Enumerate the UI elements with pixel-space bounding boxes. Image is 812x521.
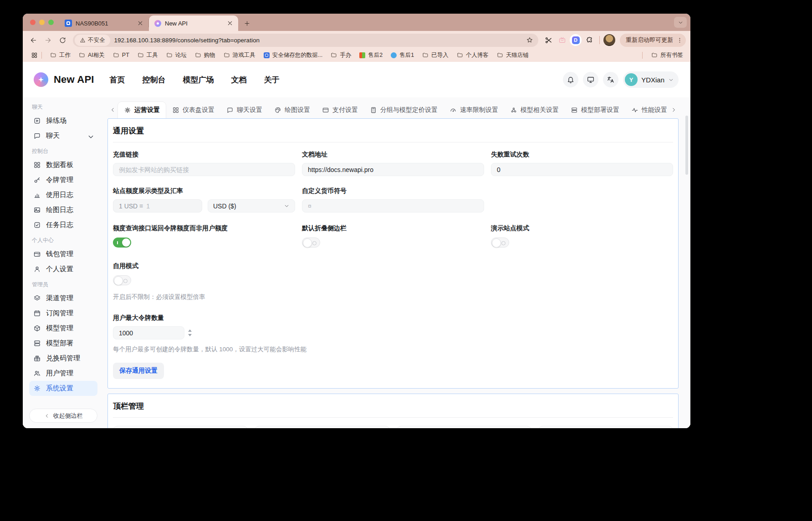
sidebar-item-channels[interactable]: 渠道管理 — [29, 291, 97, 306]
calculator-icon — [370, 106, 377, 114]
tab-rate-limit-settings[interactable]: 速率限制设置 — [444, 102, 504, 118]
browser-menu-icon[interactable] — [676, 37, 683, 44]
close-window-button[interactable] — [30, 20, 36, 25]
sidebar-item-chat[interactable]: 聊天 — [29, 128, 97, 143]
nav-model-square[interactable]: 模型广场 — [183, 75, 214, 85]
sidebar-item-drawing-logs[interactable]: 绘图日志 — [29, 202, 97, 218]
tab-search-button[interactable] — [674, 17, 687, 28]
nav-console[interactable]: 控制台 — [143, 75, 166, 85]
bookmark-item[interactable]: PT — [109, 52, 133, 58]
back-button[interactable] — [26, 33, 40, 47]
bookmark-item[interactable]: AI相关 — [75, 51, 109, 59]
app-icon — [264, 52, 270, 58]
bookmark-item[interactable]: 工作 — [46, 51, 75, 59]
newapi-logo[interactable] — [34, 72, 48, 87]
collapse-sidebar-button[interactable]: 收起侧边栏 — [29, 409, 97, 423]
sidebar-item-task-logs[interactable]: 任务日志 — [29, 218, 97, 233]
sidebar-item-subscriptions[interactable]: 订阅管理 — [29, 306, 97, 321]
folder-icon — [224, 52, 230, 58]
tab-performance-settings[interactable]: 性能设置 — [625, 102, 669, 118]
url-text[interactable]: 192.168.100.138:8899/console/setting?tab… — [114, 37, 524, 44]
user-menu[interactable]: Y YDXian — [623, 71, 679, 88]
address-bar[interactable]: 不安全 192.168.100.138:8899/console/setting… — [73, 34, 538, 47]
bookmark-item[interactable]: 游戏工具 — [220, 51, 260, 59]
bookmark-star-icon[interactable] — [524, 34, 536, 46]
tab-model-deploy-settings[interactable]: 模型部署设置 — [565, 102, 625, 118]
bookmark-item[interactable]: 售后2 — [355, 51, 387, 59]
sidebar-item-wallet[interactable]: 钱包管理 — [29, 247, 97, 262]
sidebar-item-model-deploy[interactable]: 模型部署 — [29, 336, 97, 351]
restart-to-update-button[interactable]: 重新启动即可更新 — [620, 34, 686, 47]
bookmark-item[interactable]: 个人博客 — [453, 51, 493, 59]
nav-about[interactable]: 关于 — [264, 75, 280, 85]
tab-chat-settings[interactable]: 聊天设置 — [220, 102, 268, 118]
close-tab-icon[interactable] — [226, 20, 234, 27]
self-use-toggle[interactable] — [113, 275, 131, 285]
bookmark-item[interactable]: 手办 — [327, 51, 355, 59]
extensions-puzzle-icon[interactable] — [583, 34, 596, 46]
browser-tab-newapi[interactable]: New API — [149, 15, 238, 31]
sidebar-item-playground[interactable]: 操练场 — [29, 113, 97, 128]
security-chip[interactable]: 不安全 — [75, 35, 110, 46]
bookmark-item[interactable]: 论坛 — [162, 51, 191, 59]
brand-title[interactable]: New API — [54, 74, 94, 86]
currency-symbol-input[interactable] — [302, 199, 484, 212]
app-icon — [359, 52, 365, 58]
quota-api-toggle-label: 额度查询接口返回令牌额度而非用户额度 — [113, 224, 295, 233]
apps-grid-icon[interactable] — [29, 50, 39, 60]
d-extension-icon[interactable]: D — [569, 34, 582, 46]
save-general-settings-button[interactable]: 保存通用设置 — [113, 363, 164, 379]
bookmark-item[interactable]: 安全储存您的数据... — [260, 51, 327, 59]
chat-icon — [226, 106, 234, 114]
bookmark-item[interactable]: 天猫店铺 — [493, 51, 533, 59]
nav-home[interactable]: 首页 — [110, 75, 125, 85]
bookmark-item[interactable]: 工具 — [133, 51, 162, 59]
new-tab-button[interactable] — [241, 17, 253, 29]
tab-dashboard-settings[interactable]: 仪表盘设置 — [166, 102, 220, 118]
tab-operation-settings[interactable]: 运营设置 — [117, 101, 166, 118]
recharge-link-input[interactable] — [113, 163, 295, 176]
forward-button[interactable] — [41, 33, 55, 47]
sidebar-item-tokens[interactable]: 令牌管理 — [29, 172, 97, 187]
sidebar-item-usage-logs[interactable]: 使用日志 — [29, 187, 97, 202]
folder-icon — [138, 52, 144, 58]
bookmark-item[interactable]: 售后1 — [387, 51, 418, 59]
sidebar-item-redemption[interactable]: 兑换码管理 — [29, 351, 97, 366]
tv-extension-icon[interactable] — [556, 34, 568, 46]
currency-select[interactable]: USD ($) — [208, 199, 295, 212]
browser-tab-nas[interactable]: NAS90B051 — [59, 15, 148, 31]
bookmark-item[interactable]: 已导入 — [418, 51, 453, 59]
sidebar-item-dashboard[interactable]: 数据看板 — [29, 157, 97, 172]
scissors-extension-icon[interactable] — [542, 34, 555, 46]
chrome-profile-avatar[interactable] — [603, 34, 615, 46]
translate-icon[interactable] — [603, 72, 618, 87]
notifications-bell-icon[interactable] — [563, 72, 578, 87]
minimize-window-button[interactable] — [39, 20, 45, 25]
theme-monitor-icon[interactable] — [583, 72, 598, 87]
exchange-rate-input[interactable]: 1 USD = 1 — [113, 199, 202, 212]
page-scrollbar[interactable] — [685, 116, 688, 175]
nav-docs[interactable]: 文档 — [231, 75, 247, 85]
reload-button[interactable] — [56, 33, 69, 47]
close-tab-icon[interactable] — [137, 20, 144, 27]
max-token-input[interactable] — [113, 326, 184, 339]
quota-api-toggle[interactable] — [113, 238, 131, 248]
zoom-window-button[interactable] — [48, 20, 54, 25]
sidebar-item-profile[interactable]: 个人设置 — [29, 262, 97, 277]
number-stepper[interactable] — [187, 329, 193, 337]
tab-drawing-settings[interactable]: 绘图设置 — [268, 102, 316, 118]
sidebar-item-system-settings[interactable]: 系统设置 — [29, 381, 97, 396]
retry-count-input[interactable] — [491, 163, 673, 176]
sidebar-item-users[interactable]: 用户管理 — [29, 366, 97, 381]
tabs-scroll-left-button[interactable] — [107, 103, 117, 116]
tabs-scroll-right-button[interactable] — [669, 103, 679, 116]
collapse-sidebar-toggle[interactable] — [302, 238, 320, 248]
all-bookmarks-button[interactable]: 所有书签 — [647, 51, 685, 59]
docs-address-input[interactable] — [302, 163, 484, 176]
tab-model-settings[interactable]: 模型相关设置 — [504, 102, 565, 118]
tab-group-pricing-settings[interactable]: 分组与模型定价设置 — [364, 102, 444, 118]
demo-mode-toggle[interactable] — [491, 238, 509, 248]
tab-payment-settings[interactable]: 支付设置 — [316, 102, 364, 118]
bookmark-item[interactable]: 购物 — [191, 51, 220, 59]
sidebar-item-models[interactable]: 模型管理 — [29, 321, 97, 336]
